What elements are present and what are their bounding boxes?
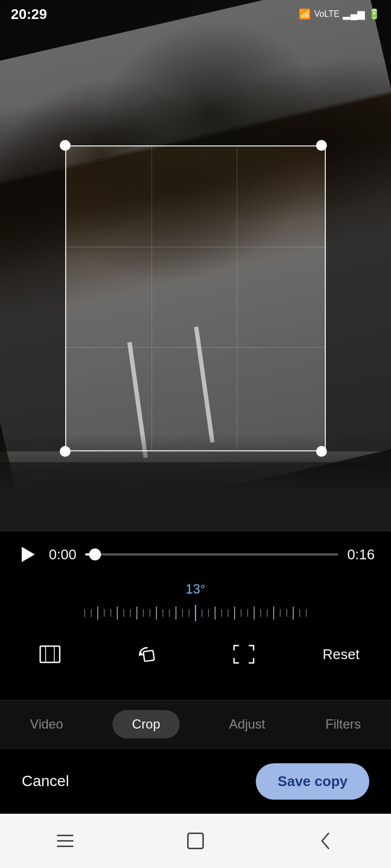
expand-button[interactable] (226, 637, 261, 672)
tick (143, 609, 144, 617)
signal-icon: ▂▄▆ (343, 8, 365, 20)
grid-h2 (66, 347, 325, 348)
tick (254, 607, 255, 620)
tick (201, 609, 203, 617)
tick (208, 609, 209, 617)
total-time: 0:16 (347, 546, 375, 563)
action-bar: Cancel Save copy (0, 749, 391, 814)
corner-handle-bl[interactable] (60, 446, 71, 457)
playback-row: 0:00 0:16 (16, 542, 375, 566)
back-icon (318, 831, 334, 851)
tick (260, 609, 261, 617)
svg-rect-8 (188, 833, 203, 848)
tick (241, 609, 242, 617)
grid-h1 (66, 247, 325, 247)
tick (182, 609, 183, 617)
nav-home-button[interactable] (182, 827, 209, 854)
tick-center (195, 605, 196, 621)
video-area (0, 0, 391, 532)
tick (175, 607, 176, 620)
tick (286, 609, 287, 617)
save-copy-button[interactable]: Save copy (256, 763, 369, 800)
tick (97, 607, 98, 620)
tick (267, 609, 268, 617)
tick (299, 609, 300, 617)
play-button[interactable] (16, 542, 40, 566)
tab-bar: Video Crop Adjust Filters (0, 700, 391, 749)
tick (234, 607, 235, 620)
tick (130, 609, 131, 617)
rotate-button[interactable] (130, 637, 165, 672)
tick (123, 609, 124, 617)
tab-filters[interactable]: Filters (314, 711, 371, 737)
tick (162, 609, 163, 617)
tick (215, 607, 216, 620)
grid-v1 (152, 146, 152, 450)
tick (280, 609, 281, 617)
tick (117, 607, 118, 620)
tick (221, 609, 222, 617)
tick (149, 609, 150, 617)
current-time: 0:00 (49, 546, 77, 563)
tick (104, 609, 105, 617)
status-icons: 📶 VoLTE ▂▄▆ 🔋 (299, 8, 380, 20)
tick (156, 607, 157, 620)
progress-thumb[interactable] (89, 548, 101, 560)
rotate-icon (136, 643, 158, 665)
rotation-ruler[interactable] (16, 602, 375, 624)
crop-overlay-left (0, 145, 65, 451)
progress-bar[interactable] (85, 553, 339, 556)
svg-rect-0 (40, 646, 60, 662)
expand-icon (233, 644, 255, 664)
rotation-value: 13° (186, 582, 205, 597)
tab-adjust[interactable]: Adjust (218, 711, 276, 737)
aspect-ratio-icon (39, 645, 61, 663)
tick (293, 607, 294, 620)
tick (247, 609, 248, 617)
crop-overlay-right (326, 145, 391, 451)
svg-rect-4 (143, 650, 154, 661)
corner-handle-tl[interactable] (60, 140, 71, 151)
play-icon (22, 547, 35, 562)
aspect-ratio-button[interactable] (33, 637, 67, 672)
tab-crop[interactable]: Crop (112, 710, 180, 738)
tick (306, 609, 307, 617)
nav-bar (0, 814, 391, 868)
volte-icon: VoLTE (314, 9, 339, 19)
tick (273, 607, 274, 620)
tick (84, 609, 85, 617)
status-time: 20:29 (11, 6, 47, 23)
nav-menu-button[interactable] (52, 827, 79, 854)
crop-border (65, 145, 326, 451)
menu-icon (56, 833, 74, 848)
tools-row: Reset (16, 637, 375, 672)
tick (110, 609, 111, 617)
tick (188, 609, 190, 617)
wifi-icon: 📶 (299, 8, 311, 20)
grid-v2 (237, 146, 237, 450)
tick (228, 609, 229, 617)
corner-handle-br[interactable] (316, 446, 327, 457)
rotation-indicator: 13° (16, 582, 375, 624)
cancel-button[interactable]: Cancel (22, 773, 69, 790)
tick (169, 609, 170, 617)
tick (136, 607, 137, 620)
nav-back-button[interactable] (312, 827, 339, 854)
ticks-track (16, 605, 375, 621)
home-icon (186, 831, 205, 851)
reset-button[interactable]: Reset (324, 637, 358, 672)
corner-handle-tr[interactable] (316, 140, 327, 151)
battery-icon: 🔋 (368, 8, 380, 20)
status-bar: 20:29 📶 VoLTE ▂▄▆ 🔋 (0, 0, 391, 28)
tab-video[interactable]: Video (19, 711, 74, 737)
tick (91, 609, 92, 617)
controls-area: 0:00 0:16 13° (0, 532, 391, 700)
